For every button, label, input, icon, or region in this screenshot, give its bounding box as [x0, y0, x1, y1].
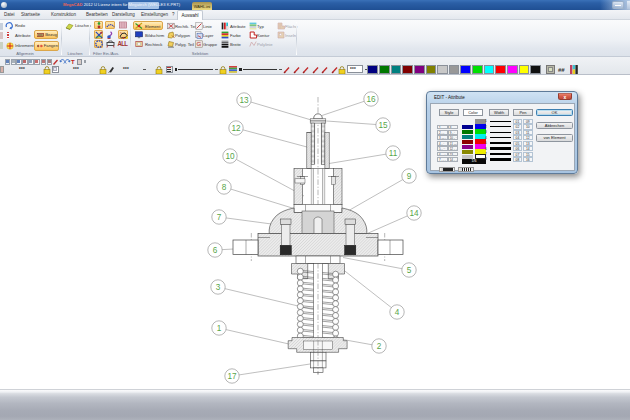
svg-text:9: 9 — [407, 172, 412, 181]
svg-text:12: 12 — [231, 124, 241, 133]
svg-text:3: 3 — [216, 283, 221, 292]
svg-text:6: 6 — [213, 246, 218, 255]
svg-text:15: 15 — [378, 121, 388, 130]
svg-text:14: 14 — [409, 209, 419, 218]
svg-text:8: 8 — [222, 183, 227, 192]
svg-text:4: 4 — [395, 308, 400, 317]
svg-text:17: 17 — [227, 372, 237, 381]
svg-text:11: 11 — [389, 149, 398, 158]
svg-text:5: 5 — [407, 266, 412, 275]
svg-text:2: 2 — [377, 342, 382, 351]
svg-text:13: 13 — [239, 96, 249, 105]
svg-text:16: 16 — [366, 95, 376, 104]
svg-text:1: 1 — [217, 324, 222, 333]
svg-text:10: 10 — [225, 152, 235, 161]
svg-text:7: 7 — [217, 213, 222, 222]
